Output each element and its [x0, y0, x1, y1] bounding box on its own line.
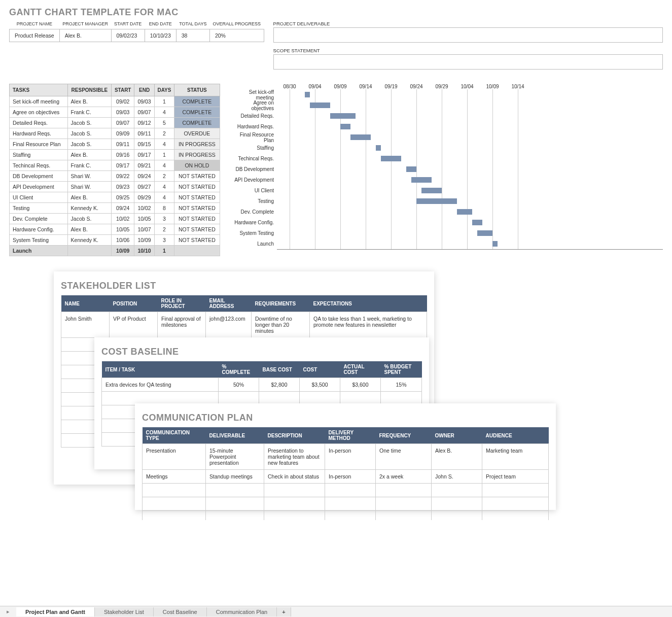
- cell[interactable]: $3,500: [300, 378, 340, 392]
- task-status[interactable]: ON HOLD: [174, 160, 220, 171]
- task-cell[interactable]: 10/09: [134, 235, 155, 246]
- task-cell[interactable]: 1: [155, 96, 174, 107]
- empty-cell[interactable]: [143, 484, 206, 497]
- empty-cell[interactable]: [143, 511, 206, 521]
- meta-start[interactable]: 09/02/23: [111, 29, 145, 42]
- task-cell[interactable]: Alex B.: [67, 224, 112, 235]
- table-row[interactable]: MeetingsStandup meetingsCheck in about s…: [143, 470, 549, 484]
- empty-cell[interactable]: [264, 511, 325, 521]
- meta-end[interactable]: 10/10/23: [145, 29, 176, 42]
- task-cell[interactable]: 09/09: [112, 128, 134, 139]
- task-cell[interactable]: Testing: [10, 203, 68, 214]
- task-cell[interactable]: Shari W.: [67, 171, 112, 182]
- task-cell[interactable]: 1: [155, 246, 174, 256]
- task-row[interactable]: Launch10/0910/101: [10, 246, 220, 256]
- task-status[interactable]: IN PROGRESS: [174, 139, 220, 150]
- cell[interactable]: Project team: [482, 470, 549, 484]
- deliverable-field[interactable]: [273, 27, 663, 43]
- cell[interactable]: VP of Product: [110, 312, 158, 338]
- task-cell[interactable]: 09/07: [134, 107, 155, 118]
- task-row[interactable]: DB DevelopmentShari W.09/2209/242NOT STA…: [10, 171, 220, 182]
- task-cell[interactable]: 3: [155, 214, 174, 224]
- task-cell[interactable]: Jacob S.: [67, 214, 112, 224]
- task-cell[interactable]: 09/12: [134, 118, 155, 128]
- task-row[interactable]: Hardware Config.Alex B.10/0510/072NOT ST…: [10, 224, 220, 235]
- task-cell[interactable]: 09/21: [134, 160, 155, 171]
- task-cell[interactable]: Final Resource Plan: [10, 139, 68, 150]
- task-cell[interactable]: 4: [155, 160, 174, 171]
- task-cell[interactable]: 10/02: [112, 214, 134, 224]
- task-cell[interactable]: 09/23: [112, 182, 134, 192]
- task-cell[interactable]: 09/03: [112, 107, 134, 118]
- task-status[interactable]: NOT STARTED: [174, 235, 220, 246]
- empty-cell[interactable]: [432, 484, 482, 497]
- task-cell[interactable]: Hardward Reqs.: [10, 128, 68, 139]
- empty-cell[interactable]: [143, 497, 206, 511]
- task-cell[interactable]: Alex B.: [67, 192, 112, 203]
- task-cell[interactable]: 09/22: [112, 171, 134, 182]
- cell[interactable]: 2x a week: [376, 470, 432, 484]
- table-row[interactable]: Extra devices for QA testing50%$2,800$3,…: [102, 378, 422, 392]
- task-status[interactable]: COMPLETE: [174, 118, 220, 128]
- task-row[interactable]: Set kick-off meetingAlex B.09/0209/031CO…: [10, 96, 220, 107]
- task-cell[interactable]: UI Client: [10, 192, 68, 203]
- task-cell[interactable]: 09/03: [134, 96, 155, 107]
- task-cell[interactable]: 4: [155, 139, 174, 150]
- empty-cell[interactable]: [376, 484, 432, 497]
- empty-cell[interactable]: [482, 484, 549, 497]
- task-cell[interactable]: Hardware Config.: [10, 224, 68, 235]
- task-cell[interactable]: API Development: [10, 182, 68, 192]
- empty-cell[interactable]: [206, 511, 264, 521]
- task-cell[interactable]: 09/29: [134, 192, 155, 203]
- task-cell[interactable]: Frank C.: [67, 107, 112, 118]
- task-row[interactable]: Final Resource PlanJacob S.09/1109/154IN…: [10, 139, 220, 150]
- scope-field[interactable]: [273, 54, 663, 70]
- task-status[interactable]: COMPLETE: [174, 107, 220, 118]
- task-cell[interactable]: 09/11: [134, 128, 155, 139]
- empty-cell[interactable]: [432, 497, 482, 511]
- cell[interactable]: 15%: [381, 378, 422, 392]
- task-cell[interactable]: 2: [155, 128, 174, 139]
- cell[interactable]: Standup meetings: [206, 470, 264, 484]
- task-cell[interactable]: 09/11: [112, 139, 134, 150]
- task-row[interactable]: System TestingKennedy K.10/0610/093NOT S…: [10, 235, 220, 246]
- cell[interactable]: Downtime of no longer than 20 minutes: [252, 312, 310, 338]
- meta-progress[interactable]: 20%: [209, 29, 264, 42]
- empty-cell[interactable]: [206, 497, 264, 511]
- task-cell[interactable]: Set kick-off meeting: [10, 96, 68, 107]
- task-cell[interactable]: 4: [155, 107, 174, 118]
- task-status[interactable]: NOT STARTED: [174, 182, 220, 192]
- task-cell[interactable]: 10/02: [134, 203, 155, 214]
- cell[interactable]: Marketing team: [482, 444, 549, 470]
- task-row[interactable]: UI ClientAlex B.09/2509/294NOT STARTED: [10, 192, 220, 203]
- task-status[interactable]: COMPLETE: [174, 96, 220, 107]
- task-status[interactable]: NOT STARTED: [174, 214, 220, 224]
- task-cell[interactable]: 09/15: [134, 139, 155, 150]
- task-cell[interactable]: DB Development: [10, 171, 68, 182]
- task-cell[interactable]: 2: [155, 224, 174, 235]
- task-status[interactable]: IN PROGRESS: [174, 150, 220, 160]
- task-cell[interactable]: 5: [155, 118, 174, 128]
- cell[interactable]: In-person: [325, 470, 376, 484]
- empty-cell[interactable]: [325, 497, 376, 511]
- task-cell[interactable]: Jacob S.: [67, 139, 112, 150]
- cell[interactable]: Meetings: [143, 470, 206, 484]
- task-cell[interactable]: Dev. Complete: [10, 214, 68, 224]
- task-cell[interactable]: 09/17: [112, 160, 134, 171]
- task-cell[interactable]: [67, 246, 112, 256]
- task-cell[interactable]: 09/24: [134, 171, 155, 182]
- empty-cell[interactable]: [325, 484, 376, 497]
- task-cell[interactable]: Launch: [10, 246, 68, 256]
- task-row[interactable]: Dev. CompleteJacob S.10/0210/053NOT STAR…: [10, 214, 220, 224]
- task-cell[interactable]: Agree on objectives: [10, 107, 68, 118]
- task-cell[interactable]: Alex B.: [67, 96, 112, 107]
- task-status[interactable]: NOT STARTED: [174, 192, 220, 203]
- empty-cell[interactable]: [432, 511, 482, 521]
- task-cell[interactable]: Staffing: [10, 150, 68, 160]
- task-status[interactable]: NOT STARTED: [174, 224, 220, 235]
- task-cell[interactable]: System Testing: [10, 235, 68, 246]
- empty-cell[interactable]: [206, 484, 264, 497]
- cell[interactable]: 50%: [219, 378, 259, 392]
- meta-days[interactable]: 38: [176, 29, 209, 42]
- cell[interactable]: Check in about status: [264, 470, 325, 484]
